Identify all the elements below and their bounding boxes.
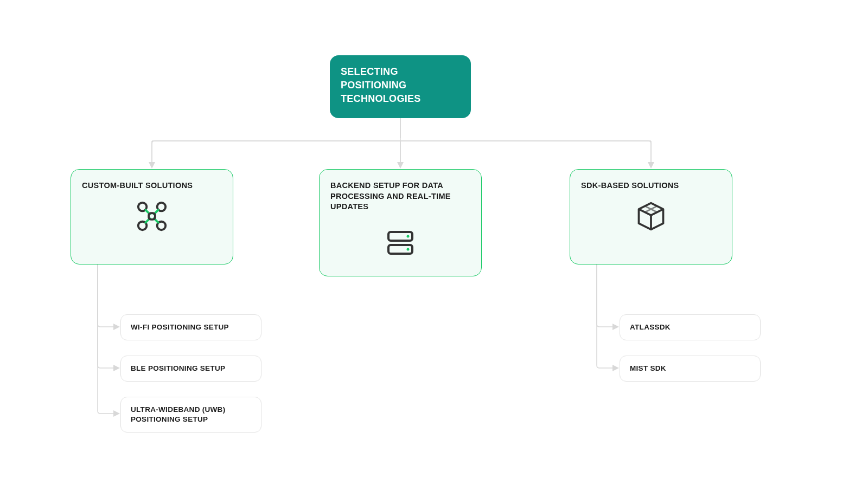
branch-backend-title: Backend Setup for Data Processing and Re… [330,180,470,212]
child-label: Mist SDK [630,364,666,372]
drone-icon [82,200,222,233]
branch-custom: Custom-Built Solutions [71,169,233,264]
svg-point-7 [407,235,410,237]
branch-custom-title: Custom-Built Solutions [82,180,222,191]
branch-sdk-title: SDK-Based Solutions [581,180,721,191]
svg-rect-4 [149,213,155,220]
child-sdk-mist: Mist SDK [620,356,761,382]
child-custom-ble: BLE Positioning Setup [120,356,261,382]
branch-backend: Backend Setup for Data Processing and Re… [319,169,482,276]
branch-sdk: SDK-Based Solutions [570,169,732,264]
root-node: Selecting Positioning Technologies [330,55,471,118]
child-label: Wi-Fi Positioning Setup [131,323,229,331]
child-sdk-atlas: AtlasSDK [620,314,761,340]
svg-point-8 [407,248,410,250]
child-custom-wifi: Wi-Fi Positioning Setup [120,314,261,340]
server-icon [330,221,470,264]
cube-icon [581,200,721,233]
root-title: Selecting Positioning Technologies [341,66,421,104]
child-label: AtlasSDK [630,323,671,331]
child-label: BLE Positioning Setup [131,364,225,372]
child-custom-uwb: Ultra-Wideband (UWB) Positioning Setup [120,397,261,433]
child-label: Ultra-Wideband (UWB) Positioning Setup [131,405,225,423]
